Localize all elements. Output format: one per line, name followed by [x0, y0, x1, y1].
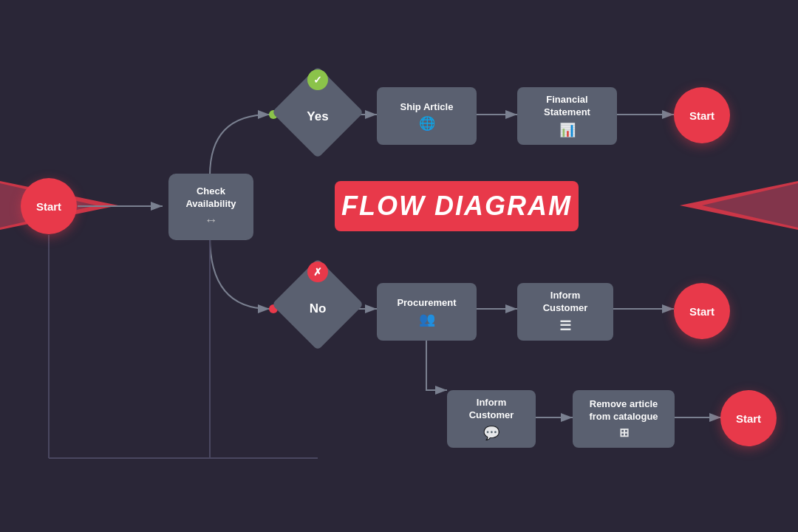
inform-customer-top-node: InformCustomer ☰ [517, 283, 613, 341]
financial-statement-label: FinancialStatement [544, 94, 590, 119]
inform-customer-bottom-label: InformCustomer [469, 397, 514, 422]
inform-customer-bottom-icon: 💬 [483, 425, 499, 441]
inform-customer-bottom-node: InformCustomer 💬 [447, 390, 536, 448]
check-availability-label: CheckAvailability [185, 185, 236, 211]
start-mid-right-label: Start [689, 305, 715, 318]
remove-article-icon: ⊞ [619, 426, 629, 440]
start-bottom-right-label: Start [736, 412, 761, 425]
start-node-top-right: Start [674, 87, 730, 143]
start-node-bottom-right: Start [720, 390, 777, 446]
financial-statement-icon: 📊 [559, 122, 576, 138]
ship-article-node: Ship Article 🌐 [377, 87, 477, 145]
yes-diamond-wrapper: ✓ Yes [281, 80, 355, 154]
start-node-left: Start [21, 178, 77, 234]
remove-article-label: Remove articlefrom catalogue [589, 398, 658, 423]
procurement-node: Procurement 👥 [377, 283, 477, 341]
procurement-icon: 👥 [419, 311, 435, 327]
remove-article-node: Remove articlefrom catalogue ⊞ [573, 390, 675, 448]
yes-badge: ✓ [307, 69, 328, 90]
no-diamond-wrapper: ✗ No [281, 272, 355, 346]
flow-diagram-title: FLOW DIAGRAM [341, 191, 572, 222]
inform-customer-top-label: InformCustomer [543, 290, 588, 315]
inform-customer-top-icon: ☰ [559, 318, 571, 334]
ship-article-label: Ship Article [400, 101, 454, 112]
check-availability-node: CheckAvailability [168, 174, 253, 240]
financial-statement-node: FinancialStatement 📊 [517, 87, 617, 145]
flow-diagram-title-box: FLOW DIAGRAM [335, 181, 579, 231]
start-node-mid-right: Start [674, 283, 730, 339]
check-availability-icon [205, 213, 218, 228]
ship-article-icon: 🌐 [419, 115, 435, 132]
no-badge: ✗ [307, 262, 328, 282]
start-top-right-label: Start [689, 109, 715, 122]
procurement-label: Procurement [397, 297, 456, 308]
start-left-label: Start [36, 200, 61, 213]
